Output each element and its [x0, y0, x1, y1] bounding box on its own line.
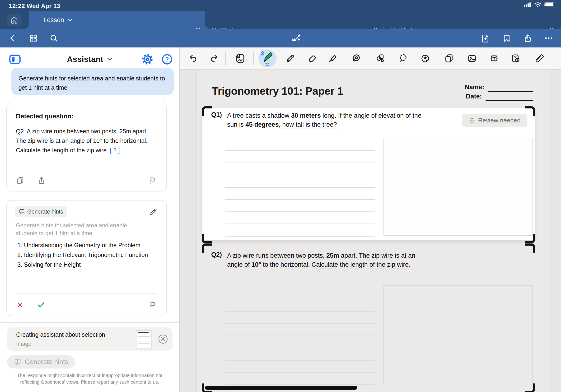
- generate-hints-button[interactable]: Generate hints: [7, 355, 75, 369]
- ink-stroke: [205, 386, 357, 390]
- q1-bracket-bottom-left[interactable]: [202, 234, 212, 243]
- user-message-bubble: Generate hints for selected area and ena…: [11, 68, 174, 95]
- q2-bracket-top-left[interactable]: [202, 243, 212, 253]
- name-label: Name:: [465, 84, 484, 91]
- handwriting-tool[interactable]: A: [234, 47, 247, 69]
- speech-bubble-icon: [19, 208, 25, 215]
- shapes-tool[interactable]: [374, 47, 387, 69]
- attachment-title: Creating assistant about selection: [16, 331, 105, 338]
- edit-pencil-icon[interactable]: [149, 207, 158, 216]
- bookmark-button[interactable]: [501, 29, 512, 47]
- reject-icon[interactable]: [16, 301, 24, 309]
- q2-bracket-bottom-right[interactable]: [525, 383, 535, 392]
- home-icon: [10, 16, 19, 25]
- q1-bracket-top-left[interactable]: [202, 106, 212, 116]
- review-robot-icon: [468, 117, 475, 124]
- copy-icon[interactable]: [16, 176, 24, 185]
- status-bar: 12:22 Wed Apr 13: [0, 0, 561, 11]
- remove-attachment-icon[interactable]: [158, 334, 168, 344]
- pencil-tool[interactable]: [284, 47, 296, 69]
- q2-text: A zip wire runs between two posts, 25m a…: [227, 251, 420, 269]
- gear-icon[interactable]: [142, 54, 153, 65]
- goodnotes-app: 12:22 Wed Apr 13 Lesson: [0, 0, 561, 392]
- detected-question-heading: Detected question:: [16, 113, 74, 120]
- attachment-thumbnail: [136, 330, 151, 348]
- marks-link[interactable]: [ 2 ]: [110, 147, 120, 153]
- q2-bracket-top-right[interactable]: [525, 243, 535, 253]
- sticky-notes-tool[interactable]: [442, 47, 455, 69]
- hints-prompt-text: Generate hints for selected area and ena…: [16, 221, 149, 237]
- signal-icon: [524, 2, 531, 8]
- hint-item: Understanding the Geometry of the Proble…: [24, 240, 157, 250]
- main-toolbar: [0, 29, 561, 47]
- date-blank-line: [485, 100, 533, 101]
- flag-icon[interactable]: [149, 301, 157, 309]
- more-options-button[interactable]: [543, 29, 554, 47]
- attachment-type: Image: [16, 341, 31, 347]
- name-blank-line: [488, 91, 533, 92]
- tab-lesson-label: Lesson: [43, 16, 64, 24]
- hint-item: Solving for the Height: [24, 260, 157, 269]
- tab-lesson[interactable]: Lesson: [29, 11, 205, 29]
- detected-question-text: Q2. A zip wire runs between two posts, 2…: [16, 127, 158, 155]
- attachment-card: Creating assistant about selection Image: [7, 327, 173, 351]
- text-tool[interactable]: [488, 47, 500, 69]
- ruler-tool[interactable]: [533, 47, 546, 69]
- svg-text:?: ?: [165, 56, 169, 63]
- lasso-tool[interactable]: [397, 47, 409, 69]
- document-toolbar: A: [180, 47, 561, 69]
- assistant-header: Assistant ?: [0, 53, 179, 66]
- eraser-tool[interactable]: [306, 47, 319, 69]
- generate-hints-card: Generate hints Generate hints for select…: [6, 200, 167, 316]
- q1-diagram-box: [384, 138, 532, 236]
- hints-badge: Generate hints: [15, 206, 67, 217]
- chevron-down-icon: [107, 57, 112, 61]
- share-button[interactable]: [522, 29, 533, 47]
- svg-text:A: A: [237, 54, 239, 57]
- q1-answer-lines: [225, 139, 375, 237]
- pen-tool-active[interactable]: [259, 49, 276, 67]
- search-button[interactable]: [48, 29, 59, 47]
- home-button[interactable]: [7, 14, 22, 26]
- q1-question: Q1) A tree casts a shadow 30 meters long…: [211, 111, 429, 129]
- detected-question-card: Detected question: Q2. A zip wire runs b…: [6, 103, 167, 192]
- q2-question: Q2) A zip wire runs between two posts, 2…: [211, 251, 420, 269]
- review-needed-badge[interactable]: Review needed: [462, 114, 527, 127]
- q2-answer-lines: [225, 287, 375, 385]
- share-response-icon[interactable]: [37, 176, 46, 185]
- hint-item: Identifying the Relevant Trigonometric F…: [24, 250, 157, 260]
- thumbnails-grid-button[interactable]: [28, 29, 39, 47]
- redo-button[interactable]: [208, 47, 220, 69]
- status-date: Wed Apr 13: [27, 2, 60, 10]
- disclaimer-text: The response might contain incorrect or …: [11, 372, 168, 385]
- assistant-panel: Assistant ? Generate hints for selected …: [0, 47, 180, 392]
- q2-diagram-box: [384, 285, 532, 385]
- chevron-down-icon[interactable]: [67, 18, 73, 22]
- image-tool[interactable]: [466, 47, 478, 69]
- highlighter-tool[interactable]: [326, 47, 339, 69]
- q1-number: Q1): [211, 111, 227, 129]
- tape-tool[interactable]: [350, 47, 363, 69]
- elements-tool[interactable]: [509, 47, 522, 69]
- flag-icon[interactable]: [149, 176, 157, 185]
- q1-bracket-top-right[interactable]: [525, 106, 535, 116]
- q2-number: Q2): [211, 251, 227, 269]
- wifi-icon: [534, 2, 541, 8]
- hints-list: Understanding the Geometry of the Proble…: [24, 240, 157, 270]
- back-button[interactable]: [7, 29, 18, 47]
- speech-bubble-icon: [14, 358, 21, 366]
- sticker-tool[interactable]: [419, 47, 432, 69]
- worksheet-title: Trigonometry 101: Paper 1: [212, 85, 343, 97]
- add-page-button[interactable]: [480, 29, 491, 47]
- accept-icon[interactable]: [37, 301, 45, 309]
- auto-check-button[interactable]: [289, 29, 303, 47]
- q1-text: A tree casts a shadow 30 meters long. If…: [227, 111, 429, 129]
- q1-bracket-bottom-right[interactable]: [525, 234, 535, 243]
- tab-bar: Lesson ✕ Untitled ✕ Untitled ✕: [0, 11, 561, 29]
- pen-tool-icon: [260, 51, 274, 66]
- battery-icon: [544, 2, 556, 8]
- undo-button[interactable]: [187, 47, 199, 69]
- status-time: 12:22: [9, 2, 25, 10]
- help-icon[interactable]: ?: [161, 54, 173, 65]
- date-label: Date:: [466, 93, 482, 100]
